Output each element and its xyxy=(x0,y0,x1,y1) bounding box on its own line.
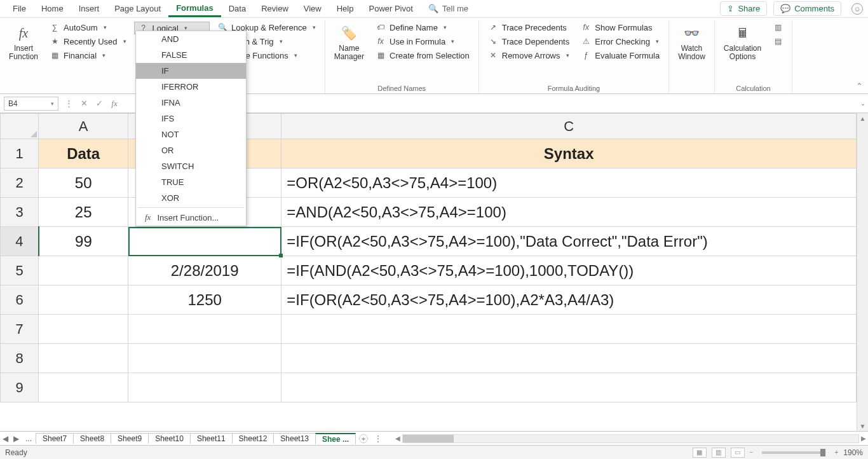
zoom-level[interactable]: 190% xyxy=(843,448,863,457)
menu-item-or[interactable]: OR xyxy=(136,142,246,158)
tab-page-layout[interactable]: Page Layout xyxy=(107,1,168,16)
tab-power-pivot[interactable]: Power Pivot xyxy=(361,1,420,16)
fx-icon[interactable]: fx xyxy=(107,97,122,111)
sheet-nav-prev-icon[interactable]: ◀ xyxy=(0,434,11,443)
tab-review[interactable]: Review xyxy=(254,1,296,16)
recently-used-button[interactable]: ★Recently Used▾ xyxy=(46,36,130,47)
evaluate-formula-button[interactable]: ƒEvaluate Formula xyxy=(577,50,663,61)
row-header-3[interactable]: 3 xyxy=(1,198,39,227)
scroll-right-icon[interactable]: ▶ xyxy=(859,435,868,442)
menu-item-ifna[interactable]: IFNA xyxy=(136,95,246,111)
tab-insert[interactable]: Insert xyxy=(71,1,107,16)
zoom-slider[interactable] xyxy=(762,451,825,454)
cell-a9[interactable] xyxy=(39,373,128,402)
remove-arrows-button[interactable]: ✕Remove Arrows▾ xyxy=(484,50,573,61)
vertical-scrollbar[interactable]: ▲ ▼ xyxy=(857,113,868,431)
sheet-tab-sheet10[interactable]: Sheet10 xyxy=(148,433,191,444)
tab-help[interactable]: Help xyxy=(329,1,362,16)
expand-formula-bar-icon[interactable]: ⌄ xyxy=(860,100,865,107)
create-from-selection-button[interactable]: ▦Create from Selection xyxy=(372,50,473,61)
define-name-button[interactable]: 🏷Define Name▾ xyxy=(372,22,473,33)
sheet-tab-more-icon[interactable]: ⋮ xyxy=(372,434,384,443)
cell-a5[interactable] xyxy=(39,256,128,285)
sheet-tab-sheet12[interactable]: Sheet12 xyxy=(232,433,275,444)
cell-c5[interactable]: =IF(AND(A2<50,A3<>75,A4>=100),1000,TODAY… xyxy=(281,256,857,285)
scroll-left-icon[interactable]: ◀ xyxy=(393,435,402,442)
cell-c3[interactable]: =AND(A2<50,A3<>75,A4>=100) xyxy=(281,198,857,227)
cancel-formula-button[interactable]: ✕ xyxy=(76,97,92,111)
row-header-6[interactable]: 6 xyxy=(1,285,39,315)
view-page-break-icon[interactable]: ▭ xyxy=(731,448,745,458)
cell-a7[interactable] xyxy=(39,315,128,344)
sheet-tab-sheet11[interactable]: Sheet11 xyxy=(190,433,233,444)
cell-a4[interactable]: 99 xyxy=(39,227,128,256)
trace-precedents-button[interactable]: ↗Trace Precedents xyxy=(484,22,573,33)
cell-c4[interactable]: =IF(OR(A2<50,A3<>75,A4>=100),"Data Corre… xyxy=(281,227,857,256)
financial-button[interactable]: ▦Financial▾ xyxy=(46,50,130,61)
cell-b6[interactable]: 1250 xyxy=(128,285,281,315)
cell-b5[interactable]: 2/28/2019 xyxy=(128,256,281,285)
cell-a8[interactable] xyxy=(39,344,128,373)
calc-sheet-button[interactable]: ▤ xyxy=(769,36,787,47)
menu-item-switch[interactable]: SWITCH xyxy=(136,158,246,174)
comments-button[interactable]: 💬 Comments xyxy=(773,1,841,16)
cell-c1[interactable]: Syntax xyxy=(281,139,857,168)
watch-window-button[interactable]: 👓 Watch Window xyxy=(674,20,709,64)
cell-c8[interactable] xyxy=(281,344,857,373)
spreadsheet-grid[interactable]: A B C 1 Data Result Syntax 2 50 TRUE =OR… xyxy=(0,113,857,431)
use-in-formula-button[interactable]: fxUse in Formula▾ xyxy=(372,36,473,47)
menu-item-false[interactable]: FALSE xyxy=(136,47,246,63)
cell-a2[interactable]: 50 xyxy=(39,168,128,198)
menu-insert-function[interactable]: fx Insert Function... xyxy=(136,209,246,226)
namebox-more-icon[interactable]: ⋮ xyxy=(61,97,76,111)
tab-data[interactable]: Data xyxy=(221,1,254,16)
cell-a1[interactable]: Data xyxy=(39,139,128,168)
calc-now-button[interactable]: ▥ xyxy=(769,22,787,33)
row-header-5[interactable]: 5 xyxy=(1,256,39,285)
view-normal-icon[interactable]: ▦ xyxy=(693,448,707,458)
name-manager-button[interactable]: 🏷️ Name Manager xyxy=(330,20,368,64)
tab-home[interactable]: Home xyxy=(34,1,71,16)
error-checking-button[interactable]: ⚠Error Checking▾ xyxy=(577,36,663,47)
scroll-down-icon[interactable]: ▼ xyxy=(857,421,868,431)
share-button[interactable]: ⇪ Share xyxy=(720,1,767,16)
insert-function-button[interactable]: fx Insert Function xyxy=(5,20,42,64)
col-header-a[interactable]: A xyxy=(39,114,128,139)
scroll-up-icon[interactable]: ▲ xyxy=(857,113,868,123)
tab-formulas[interactable]: Formulas xyxy=(168,1,221,17)
enter-formula-button[interactable]: ✓ xyxy=(92,97,107,111)
new-sheet-button[interactable]: + xyxy=(359,434,368,443)
zoom-out-button[interactable]: − xyxy=(750,449,754,456)
cell-c2[interactable]: =OR(A2<50,A3<>75,A4>=100) xyxy=(281,168,857,198)
cell-c9[interactable] xyxy=(281,373,857,402)
zoom-in-button[interactable]: + xyxy=(834,449,838,456)
menu-item-ifs[interactable]: IFS xyxy=(136,111,246,127)
sheet-tab-active[interactable]: Shee ... xyxy=(315,433,356,444)
menu-item-not[interactable]: NOT xyxy=(136,127,246,142)
cell-b9[interactable] xyxy=(128,373,281,402)
sheet-tab-sheet8[interactable]: Sheet8 xyxy=(73,433,111,444)
autosum-button[interactable]: ∑AutoSum▾ xyxy=(46,22,130,33)
sheet-overflow-dots[interactable]: ... xyxy=(22,434,36,443)
cell-b4[interactable] xyxy=(128,227,281,256)
calculation-options-button[interactable]: 🖩 Calculation Options xyxy=(720,20,765,64)
sheet-tab-sheet7[interactable]: Sheet7 xyxy=(36,433,74,444)
row-header-4[interactable]: 4 xyxy=(1,227,39,256)
trace-dependents-button[interactable]: ↘Trace Dependents xyxy=(484,36,573,47)
cell-a3[interactable]: 25 xyxy=(39,198,128,227)
show-formulas-button[interactable]: fxShow Formulas xyxy=(577,22,663,33)
menu-item-xor[interactable]: XOR xyxy=(136,190,246,206)
sheet-nav-next-icon[interactable]: ▶ xyxy=(11,434,22,443)
cell-c6[interactable]: =IF(OR(A2<50,A3<>75,A4>=100),A2*A3,A4/A3… xyxy=(281,285,857,315)
cell-a6[interactable] xyxy=(39,285,128,315)
collapse-ribbon-icon[interactable]: ⌃ xyxy=(856,81,863,91)
view-page-layout-icon[interactable]: ▥ xyxy=(712,448,726,458)
sheet-tab-sheet9[interactable]: Sheet9 xyxy=(111,433,149,444)
menu-item-if[interactable]: IF xyxy=(136,63,246,79)
sheet-tab-sheet13[interactable]: Sheet13 xyxy=(273,433,316,444)
tab-file[interactable]: File xyxy=(5,1,34,16)
cell-b8[interactable] xyxy=(128,344,281,373)
row-header-8[interactable]: 8 xyxy=(1,344,39,373)
row-header-7[interactable]: 7 xyxy=(1,315,39,344)
menu-item-true[interactable]: TRUE xyxy=(136,174,246,190)
